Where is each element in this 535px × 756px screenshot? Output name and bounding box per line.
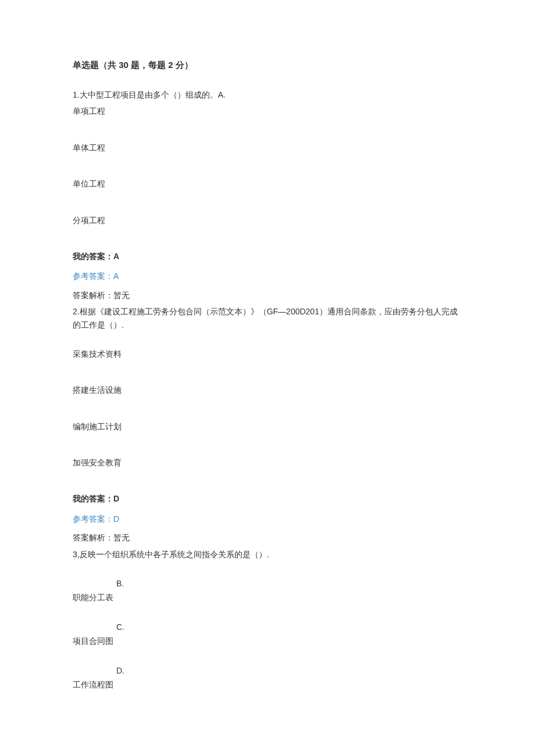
q1-ref-answer: 参考答案：A (73, 270, 462, 282)
q2-option-d: 加强安全教育 (73, 456, 462, 469)
section-title: 单选题（共 30 题，每题 2 分） (73, 58, 462, 72)
q1-my-answer: 我的答案：A (73, 250, 462, 263)
q3-option-d: 工作流程图 (73, 678, 462, 691)
q1-analysis: 答案解析：暂无 (73, 289, 462, 302)
question-1: 1.大中型工程项目是由多个（）组成的。A. 单项工程 单体工程 单位工程 分项工… (73, 88, 462, 302)
q2-option-c: 编制施工计划 (73, 420, 462, 433)
q2-option-b: 搭建生活设施 (73, 384, 462, 396)
question-2: 2.根据《建设工程施工劳务分包合同（示范文本）》（GF—200D201）通用合同… (73, 305, 462, 544)
q3-option-c: 项目合同图 (73, 635, 462, 647)
q2-option-a: 采集技术资料 (73, 347, 462, 360)
q1-option-d: 分项工程 (73, 214, 462, 227)
q2-my-answer: 我的答案：D (73, 492, 462, 505)
q3-label-b: B. (116, 577, 462, 590)
q3-label-c: C. (116, 621, 462, 633)
q1-option-a: 单项工程 (73, 105, 462, 117)
q3-text: 3,反映一个组织系统中各子系统之间指令关系的是（）. (73, 548, 462, 561)
q3-label-d: D. (116, 664, 462, 677)
q1-option-c: 单位工程 (73, 177, 462, 190)
q1-text: 1.大中型工程项目是由多个（）组成的。A. (73, 88, 462, 101)
q2-text: 2.根据《建设工程施工劳务分包合同（示范文本）》（GF—200D201）通用合同… (73, 305, 462, 331)
q2-ref-answer: 参考答案：D (73, 513, 462, 525)
q3-option-b: 职能分工表 (73, 591, 462, 604)
question-3: 3,反映一个组织系统中各子系统之间指令关系的是（）. B. 职能分工表 C. 项… (73, 548, 462, 691)
q1-option-b: 单体工程 (73, 141, 462, 154)
q2-analysis: 答案解析：暂无 (73, 531, 462, 544)
